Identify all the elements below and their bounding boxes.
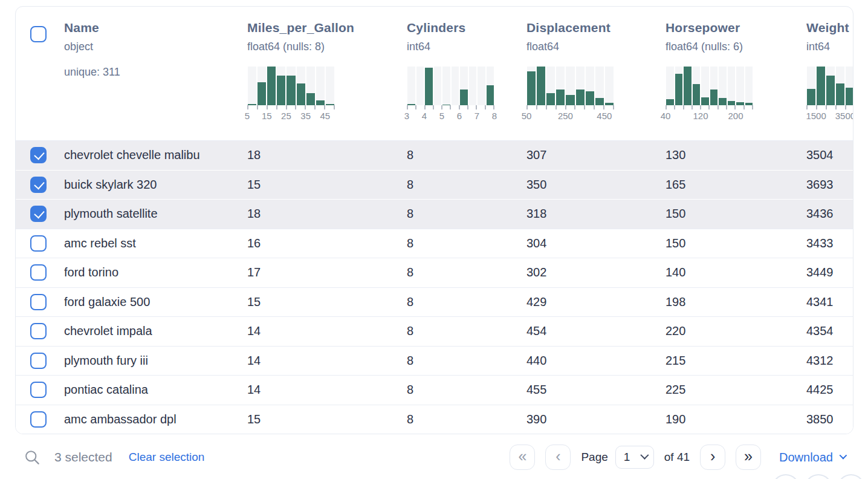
histogram-bin	[434, 67, 442, 105]
column-title: Horsepower	[666, 20, 806, 36]
axis-tick	[683, 105, 684, 109]
histogram-axis-ticks	[666, 105, 753, 109]
table-row[interactable]: chevrolet impala1484542204354	[16, 316, 853, 346]
axis-tick	[743, 105, 745, 109]
column-header[interactable]: Cylinders int64 345678	[407, 7, 526, 140]
row-checkbox[interactable]	[30, 206, 47, 222]
table-row[interactable]: plymouth satellite1883181503436	[16, 199, 853, 229]
row-checkbox[interactable]	[30, 177, 47, 193]
table-row[interactable]: ford galaxie 5001584291984341	[16, 287, 853, 317]
histogram-bin	[546, 67, 555, 105]
row-checkbox[interactable]	[30, 353, 47, 369]
clear-selection-link[interactable]: Clear selection	[129, 451, 205, 464]
page-number-select[interactable]: 1	[615, 446, 654, 469]
last-page-button[interactable]: »	[736, 445, 761, 470]
cell-hp: 190	[666, 412, 806, 426]
table-header: Name object unique: 311 Miles_per_Gallon…	[16, 7, 853, 140]
axis-tick-label: 250	[558, 111, 573, 121]
histogram-bin	[817, 67, 825, 105]
select-all-checkbox[interactable]	[30, 26, 47, 42]
histogram-bar	[487, 85, 494, 105]
row-checkbox-cell	[16, 177, 64, 193]
cell-mpg: 14	[247, 324, 407, 338]
table-row[interactable]: buick skylark 3201583501653693	[16, 170, 853, 200]
table-row[interactable]: amc rebel sst1683041503433	[16, 229, 853, 258]
histogram-bin	[425, 67, 433, 105]
cell-mpg: 15	[247, 178, 407, 192]
histogram-bars	[666, 67, 753, 105]
histogram-bar	[306, 93, 315, 105]
table-row[interactable]: ford torino1783021403449	[16, 258, 853, 287]
bottom-edge-button-3[interactable]	[837, 474, 865, 479]
histogram-bar	[836, 83, 844, 105]
cell-disp: 455	[526, 383, 666, 397]
bottom-edge-button-2[interactable]	[805, 474, 832, 479]
histogram-bar	[666, 99, 674, 105]
column-header[interactable]: Horsepower float64 (nulls: 6) 40120200	[666, 7, 806, 140]
cell-hp: 130	[666, 148, 806, 162]
row-checkbox-cell	[16, 235, 64, 252]
histogram-bin	[586, 67, 594, 105]
column-dtype: int64	[806, 39, 853, 54]
row-checkbox[interactable]	[30, 235, 47, 252]
column-header[interactable]: Displacement float64 50250450	[526, 7, 666, 140]
row-checkbox-cell	[16, 206, 64, 222]
cell-disp: 304	[526, 236, 666, 250]
axis-tick-label: 25	[281, 111, 291, 121]
page-total-label: of 41	[664, 451, 690, 464]
row-checkbox[interactable]	[30, 264, 47, 281]
prev-page-button[interactable]: ‹	[545, 445, 571, 470]
cell-cyl: 8	[407, 354, 526, 368]
cell-weight: 3449	[806, 266, 853, 279]
histogram-bin	[605, 67, 614, 105]
axis-tick	[267, 105, 268, 109]
table-row[interactable]: plymouth fury iii1484402154312	[16, 346, 853, 376]
row-checkbox[interactable]	[30, 382, 47, 398]
cell-mpg: 14	[247, 354, 407, 368]
row-checkbox[interactable]	[30, 411, 47, 428]
histogram-bar	[546, 93, 555, 105]
cell-disp: 440	[526, 354, 666, 368]
table-row[interactable]: pontiac catalina1484552254425	[16, 375, 853, 405]
row-checkbox-cell	[16, 147, 64, 163]
bottom-edge-button-1[interactable]	[772, 474, 800, 479]
column-dtype: float64 (nulls: 8)	[247, 39, 407, 54]
column-header[interactable]: Miles_per_Gallon float64 (nulls: 8) 5152…	[247, 7, 407, 140]
column-header[interactable]: Name object unique: 311	[64, 7, 247, 140]
row-checkbox[interactable]	[30, 323, 47, 339]
axis-tick	[726, 105, 727, 109]
axis-tick	[700, 105, 701, 109]
cell-name: buick skylark 320	[64, 178, 247, 192]
axis-tick	[485, 105, 486, 109]
table-row[interactable]: amc ambassador dpl1583901903850	[16, 405, 853, 434]
column-dtype: object	[64, 39, 247, 54]
histogram-bars	[407, 67, 494, 105]
table-row[interactable]: chevrolet chevelle malibu1883071303504	[16, 140, 853, 170]
axis-tick	[584, 105, 585, 109]
column-header[interactable]: Weight int64 15003500	[806, 7, 853, 140]
cell-name: plymouth fury iii	[64, 354, 247, 368]
histogram-bin	[701, 67, 709, 105]
row-checkbox[interactable]	[30, 294, 47, 310]
axis-tick-label: 200	[728, 111, 743, 121]
cell-cyl: 8	[407, 148, 526, 162]
histogram-bin	[460, 67, 468, 105]
column-title: Name	[64, 20, 247, 36]
axis-tick-label: 15	[262, 111, 272, 121]
download-button[interactable]: Download	[779, 451, 845, 464]
search-icon[interactable]	[24, 449, 40, 466]
row-checkbox[interactable]	[30, 147, 47, 163]
cell-hp: 215	[666, 354, 806, 368]
next-page-button[interactable]: ›	[700, 445, 725, 470]
axis-tick	[450, 105, 451, 109]
first-page-button[interactable]: «	[510, 445, 535, 470]
histogram-bar	[745, 103, 753, 105]
row-checkbox-cell	[16, 294, 64, 310]
axis-tick-label: 8	[492, 111, 497, 121]
histogram-bar	[527, 71, 536, 105]
histogram-bar	[684, 67, 691, 105]
axis-tick	[574, 105, 575, 109]
column-title: Cylinders	[407, 20, 526, 36]
axis-tick-label: 35	[300, 111, 311, 121]
page: Name object unique: 311 Miles_per_Gallon…	[0, 0, 868, 479]
